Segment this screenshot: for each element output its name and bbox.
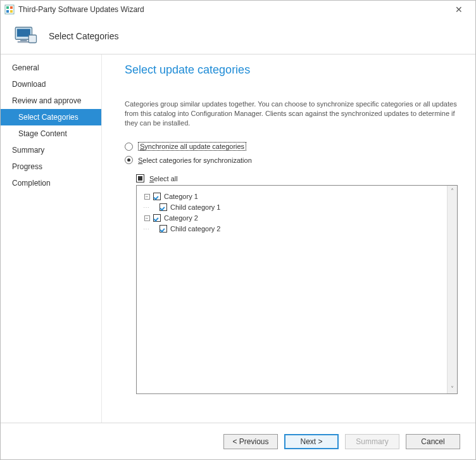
checkbox-icon[interactable] [160, 203, 167, 211]
next-button-label: Next > [300, 437, 322, 446]
tree-node-category-1[interactable]: − Category 1 [143, 191, 443, 201]
svg-rect-7 [20, 39, 27, 41]
page-description: Categories group similar updates togethe… [125, 99, 458, 128]
tree-node-label: Child category 2 [170, 225, 221, 233]
tree-branch-icon: ⋯ [143, 226, 157, 233]
checkbox-indeterminate-icon [136, 174, 144, 182]
summary-button: Summary [345, 434, 399, 449]
radio-sync-all[interactable]: Synchronize all update categories [125, 142, 458, 151]
radio-select-categories-label: Select categories for synchronization [138, 157, 252, 164]
summary-button-label: Summary [356, 437, 388, 446]
next-button[interactable]: Next > [284, 434, 339, 449]
tree-node-child-category-2[interactable]: ⋯ Child category 2 [143, 224, 443, 234]
nav-completion[interactable]: Completion [1, 175, 101, 191]
checkbox-icon[interactable] [160, 225, 167, 233]
radio-icon [125, 156, 133, 164]
wizard-nav: General Download Review and approve Sele… [1, 54, 102, 423]
svg-rect-3 [6, 10, 9, 13]
page-title: Select update categories [125, 63, 458, 77]
tree-branch-icon: ⋯ [143, 204, 157, 211]
close-icon: ✕ [455, 4, 463, 15]
nav-summary[interactable]: Summary [1, 142, 101, 158]
radio-select-categories[interactable]: Select categories for synchronization [125, 156, 458, 164]
select-all-label: Select all [149, 175, 178, 182]
previous-button-label: < Previous [232, 437, 268, 446]
category-tree: − Category 1 ⋯ Child category 1 − Catego… [136, 185, 458, 394]
svg-rect-1 [6, 6, 9, 9]
previous-button[interactable]: < Previous [223, 434, 278, 449]
wizard-banner: Select Categories [1, 18, 475, 54]
window-title: Third-Party Software Updates Wizard [18, 5, 446, 14]
tree-node-child-category-1[interactable]: ⋯ Child category 1 [143, 202, 443, 212]
scroll-up-icon[interactable]: ˄ [448, 186, 457, 196]
expander-minus-icon[interactable]: − [143, 194, 151, 200]
wizard-footer: < Previous Next > Summary Cancel [1, 423, 475, 459]
select-all-checkbox[interactable]: Select all [136, 174, 458, 182]
checkbox-icon[interactable] [153, 193, 161, 200]
window-close-button[interactable]: ✕ [446, 2, 472, 17]
nav-download[interactable]: Download [1, 76, 101, 93]
nav-stage-content[interactable]: Stage Content [1, 125, 101, 142]
tree-scrollbar[interactable]: ˄ ˅ [447, 186, 457, 393]
tree-node-label: Category 2 [164, 214, 198, 222]
svg-rect-4 [10, 10, 13, 13]
tree-node-category-2[interactable]: − Category 2 [143, 213, 443, 223]
nav-select-categories[interactable]: Select Categories [1, 109, 101, 125]
app-sys-icon [4, 4, 15, 15]
tree-node-label: Category 1 [164, 193, 198, 200]
radio-icon [125, 143, 133, 151]
nav-review-approve[interactable]: Review and approve [1, 93, 101, 109]
computer-monitor-icon [12, 23, 39, 49]
cancel-button[interactable]: Cancel [406, 434, 460, 449]
svg-rect-9 [28, 35, 36, 42]
banner-step-title: Select Categories [49, 31, 119, 41]
titlebar: Third-Party Software Updates Wizard ✕ [1, 1, 475, 18]
cancel-button-label: Cancel [421, 437, 444, 446]
scroll-down-icon[interactable]: ˅ [448, 383, 457, 393]
radio-sync-all-label: Synchronize all update categories [138, 142, 246, 151]
nav-progress[interactable]: Progress [1, 158, 101, 175]
wizard-content: Select update categories Categories grou… [102, 54, 475, 423]
checkbox-icon[interactable] [153, 214, 161, 222]
svg-rect-2 [10, 6, 13, 9]
expander-minus-icon[interactable]: − [143, 215, 151, 221]
nav-general[interactable]: General [1, 60, 101, 76]
svg-rect-8 [18, 41, 30, 43]
tree-node-label: Child category 1 [170, 203, 221, 211]
category-tree-inner: − Category 1 ⋯ Child category 1 − Catego… [137, 186, 447, 393]
